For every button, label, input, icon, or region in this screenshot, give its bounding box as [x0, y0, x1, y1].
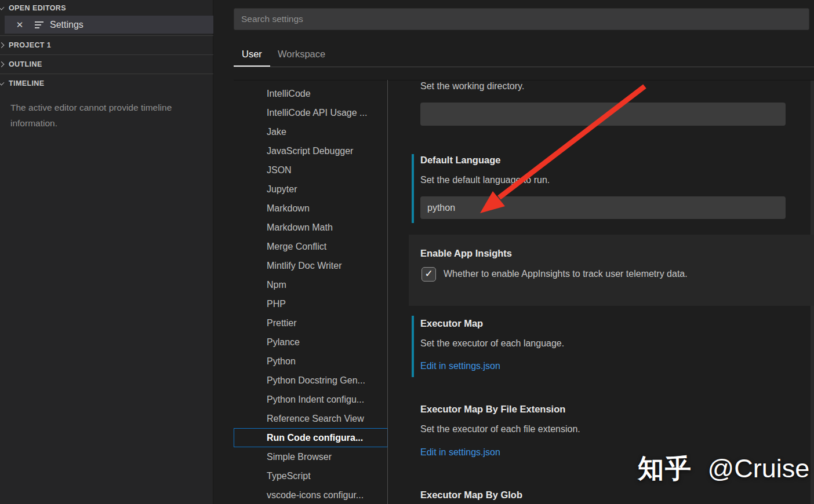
search-input[interactable]	[234, 8, 809, 30]
project-section-label: PROJECT 1	[9, 41, 51, 49]
toc-item[interactable]: IntelliCode API Usage ...	[234, 103, 388, 122]
sidebar-section-project[interactable]: PROJECT 1	[0, 35, 213, 54]
default-language-description: Set the default language to run.	[420, 175, 550, 185]
sidebar-section-outline[interactable]: OUTLINE	[0, 54, 213, 74]
toc-item[interactable]: Prettier	[234, 313, 388, 333]
check-icon: ✓	[424, 268, 433, 279]
toc-item[interactable]: JSON	[234, 160, 388, 180]
toc-item[interactable]: Jupyter	[234, 180, 388, 199]
outline-section-label: OUTLINE	[9, 60, 42, 68]
watermark-handle: @Cruise	[708, 454, 810, 483]
chevron-right-icon	[0, 42, 4, 48]
executor-map-file-ext-title: Executor Map By File Extension	[420, 404, 565, 415]
sidebar: OPEN EDITORS ✕ Settings PROJECT 1 OUTLIN…	[0, 0, 213, 504]
default-language-input[interactable]	[420, 196, 786, 219]
app-insights-description: Whether to enable AppInsights to track u…	[444, 269, 688, 279]
toc-item[interactable]: PHP	[234, 294, 388, 313]
toc-item[interactable]: IntelliCode	[234, 84, 388, 103]
vscode-window: OPEN EDITORS ✕ Settings PROJECT 1 OUTLIN…	[0, 0, 814, 504]
toc-item[interactable]: Python Indent configu...	[234, 390, 388, 409]
executor-map-glob-title: Executor Map By Glob	[420, 490, 522, 501]
app-insights-checkbox[interactable]: ✓	[421, 267, 436, 282]
edit-in-settings-json-link[interactable]: Edit in settings.json	[420, 361, 500, 371]
toc-item[interactable]: Simple Browser	[234, 447, 388, 466]
chevron-right-icon	[0, 61, 4, 67]
toc-item-run-code-configuration[interactable]: Run Code configura...	[234, 428, 388, 447]
toc-item[interactable]: JavaScript Debugger	[234, 141, 388, 160]
toc-item[interactable]: Markdown Math	[234, 218, 388, 237]
close-icon[interactable]: ✕	[14, 20, 25, 30]
sidebar-section-timeline[interactable]: TIMELINE	[0, 74, 213, 93]
executor-map-description: Set the executor of each language.	[420, 338, 564, 349]
executor-map-title: Executor Map	[420, 318, 483, 329]
open-editors-header[interactable]: OPEN EDITORS	[0, 0, 213, 16]
toc-item[interactable]: Reference Search View	[234, 409, 388, 428]
toc-item[interactable]: Python	[234, 352, 388, 371]
tab-workspace[interactable]: Workspace	[278, 46, 325, 61]
toc-item[interactable]: Markdown	[234, 199, 388, 218]
toc-item[interactable]: Npm	[234, 275, 388, 294]
edit-in-settings-json-link[interactable]: Edit in settings.json	[420, 447, 500, 458]
default-language-title: Default Language	[420, 155, 500, 166]
working-directory-description: Set the working directory.	[420, 81, 524, 92]
working-directory-input[interactable]	[420, 103, 786, 126]
toc-panel-divider	[387, 80, 388, 504]
settings-editor-icon	[35, 21, 44, 28]
open-editors-label: OPEN EDITORS	[9, 4, 66, 12]
toc-item[interactable]: Mintlify Doc Writer	[234, 256, 388, 275]
executor-map-file-ext-description: Set the executor of each file extension.	[420, 424, 580, 434]
chevron-down-icon	[0, 5, 4, 10]
tabs-divider	[234, 67, 814, 67]
toc-item[interactable]: Pylance	[234, 333, 388, 352]
modified-setting-indicator	[412, 154, 414, 223]
open-editor-tab-settings[interactable]: ✕ Settings	[5, 16, 213, 34]
watermark: 知乎 @Cruise	[638, 451, 809, 486]
modified-setting-indicator	[412, 316, 414, 377]
timeline-empty-message: The active editor cannot provide timelin…	[10, 100, 190, 131]
chevron-down-icon	[0, 80, 4, 86]
app-insights-title: Enable App Insights	[420, 248, 814, 259]
toc-item[interactable]: TypeScript	[234, 466, 388, 485]
timeline-section-label: TIMELINE	[9, 79, 45, 87]
open-editor-label: Settings	[50, 20, 83, 30]
watermark-brand: 知乎	[638, 454, 692, 483]
toc-item[interactable]: Jake	[234, 122, 388, 141]
toc-item[interactable]: Merge Conflict	[234, 237, 388, 256]
settings-toc: IntelliCode IntelliCode API Usage ... Ja…	[234, 81, 388, 504]
toc-item[interactable]: vscode-icons configur...	[234, 485, 388, 504]
toc-item[interactable]: Python Docstring Gen...	[234, 371, 388, 390]
tab-user[interactable]: User	[242, 46, 262, 61]
